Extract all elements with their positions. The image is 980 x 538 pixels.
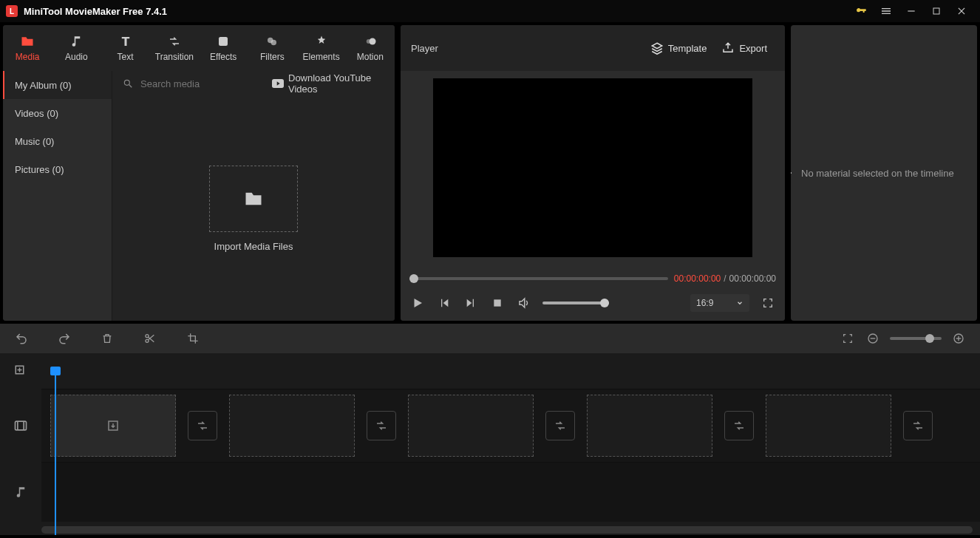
svg-rect-1 xyxy=(933,8,939,14)
zoom-out-button[interactable] xyxy=(865,333,881,344)
tab-label: Transition xyxy=(155,52,194,62)
volume-slider[interactable] xyxy=(542,302,609,304)
transition-slot[interactable] xyxy=(367,411,396,440)
svg-rect-4 xyxy=(219,37,228,46)
tab-label: Audio xyxy=(65,52,88,62)
chevron-down-icon xyxy=(736,299,743,307)
fullscreen-button[interactable] xyxy=(760,295,776,311)
export-icon xyxy=(721,41,735,55)
search-input[interactable] xyxy=(140,78,265,89)
tab-filters[interactable]: Filters xyxy=(248,25,296,71)
preview-canvas[interactable] xyxy=(433,78,752,257)
template-icon xyxy=(650,41,664,55)
timecode: 00:00:00:00/00:00:00:00 xyxy=(674,273,776,284)
export-button[interactable]: Export xyxy=(714,37,775,59)
tab-elements[interactable]: Elements xyxy=(297,25,346,71)
next-frame-button[interactable] xyxy=(463,295,479,311)
add-track-button[interactable] xyxy=(0,353,41,389)
close-button[interactable] xyxy=(949,0,974,22)
svg-line-10 xyxy=(129,85,132,88)
undo-button[interactable] xyxy=(13,332,30,345)
chevron-right-icon xyxy=(791,168,794,177)
delete-button[interactable] xyxy=(99,333,115,344)
seek-slider[interactable] xyxy=(409,277,668,280)
sidecat-pictures[interactable]: Pictures (0) xyxy=(3,155,112,183)
svg-point-6 xyxy=(271,40,277,46)
clip-slot[interactable] xyxy=(50,395,176,457)
music-icon xyxy=(69,34,84,49)
playhead-line xyxy=(55,367,56,535)
svg-rect-23 xyxy=(16,421,27,430)
transition-slot[interactable] xyxy=(903,411,933,440)
timeline-horizontal-scrollbar[interactable] xyxy=(41,526,973,534)
volume-button[interactable] xyxy=(516,295,532,311)
transition-slot[interactable] xyxy=(545,411,575,440)
tab-effects[interactable]: Effects xyxy=(199,25,248,71)
aspect-ratio-select[interactable]: 16:9 xyxy=(690,294,749,312)
timeline-tracks[interactable] xyxy=(41,353,980,535)
clip-slot[interactable] xyxy=(587,395,712,457)
media-panel: Media Audio Text Transition Effects Filt… xyxy=(3,25,395,321)
tab-label: Effects xyxy=(210,52,237,62)
audio-track-icon xyxy=(0,463,41,522)
zoom-slider[interactable] xyxy=(890,337,942,340)
sidecat-my-album[interactable]: My Album (0) xyxy=(3,71,112,99)
svg-rect-12 xyxy=(494,299,500,306)
menu-button[interactable] xyxy=(874,0,899,22)
player-panel: Player Template Export 00:00:00:00/00:00… xyxy=(401,25,785,321)
motion-icon xyxy=(363,34,378,49)
inspector-empty-message: No material selected on the timeline xyxy=(801,168,962,179)
maximize-button[interactable] xyxy=(924,0,949,22)
play-button[interactable] xyxy=(409,295,426,311)
clip-slot[interactable] xyxy=(408,395,534,457)
folder-icon xyxy=(20,34,35,49)
effects-icon xyxy=(216,34,231,49)
split-button[interactable] xyxy=(142,333,158,344)
time-ruler[interactable] xyxy=(41,353,980,389)
app-title: MiniTool MovieMaker Free 7.4.1 xyxy=(24,6,848,17)
transition-slot[interactable] xyxy=(724,411,754,440)
tab-label: Text xyxy=(118,52,134,62)
player-title: Player xyxy=(411,43,643,54)
text-icon xyxy=(118,34,133,49)
tab-text[interactable]: Text xyxy=(101,25,150,71)
folder-icon xyxy=(243,188,264,209)
tab-audio[interactable]: Audio xyxy=(52,25,101,71)
download-youtube-button[interactable]: Download YouTube Videos xyxy=(272,72,384,95)
tab-label: Motion xyxy=(357,52,384,62)
titlebar: L MiniTool MovieMaker Free 7.4.1 xyxy=(0,0,980,22)
zoom-in-button[interactable] xyxy=(950,333,967,344)
preview-area xyxy=(401,71,785,265)
template-button[interactable]: Template xyxy=(643,37,715,59)
redo-button[interactable] xyxy=(56,332,72,345)
media-categories: My Album (0) Videos (0) Music (0) Pictur… xyxy=(3,71,112,321)
tab-transition[interactable]: Transition xyxy=(150,25,199,71)
sidecat-videos[interactable]: Videos (0) xyxy=(3,99,112,127)
transition-icon xyxy=(167,34,182,49)
tab-label: Elements xyxy=(303,52,340,62)
tab-label: Filters xyxy=(260,52,285,62)
download-icon xyxy=(106,419,120,432)
sidecat-music[interactable]: Music (0) xyxy=(3,127,112,155)
tab-motion[interactable]: Motion xyxy=(346,25,395,71)
tab-media[interactable]: Media xyxy=(3,25,52,71)
app-logo: L xyxy=(6,5,18,17)
license-key-button[interactable] xyxy=(848,0,874,22)
clip-slot[interactable] xyxy=(229,395,355,457)
prev-frame-button[interactable] xyxy=(436,295,452,311)
inspector-panel: No material selected on the timeline xyxy=(791,25,977,321)
audio-track[interactable] xyxy=(41,463,980,522)
clip-slot[interactable] xyxy=(766,395,891,457)
transition-slot[interactable] xyxy=(188,411,217,440)
video-track[interactable] xyxy=(41,389,980,463)
timeline-toolbar xyxy=(0,324,980,353)
import-media-button[interactable]: Import Media Files xyxy=(209,166,298,252)
crop-button[interactable] xyxy=(185,333,201,344)
playhead-handle[interactable] xyxy=(50,367,61,375)
stop-button[interactable] xyxy=(489,295,506,311)
timeline-panel xyxy=(0,324,980,535)
video-track-icon xyxy=(0,389,41,463)
collapse-inspector-button[interactable] xyxy=(791,151,795,195)
fit-button[interactable] xyxy=(840,333,856,344)
minimize-button[interactable] xyxy=(899,0,924,22)
